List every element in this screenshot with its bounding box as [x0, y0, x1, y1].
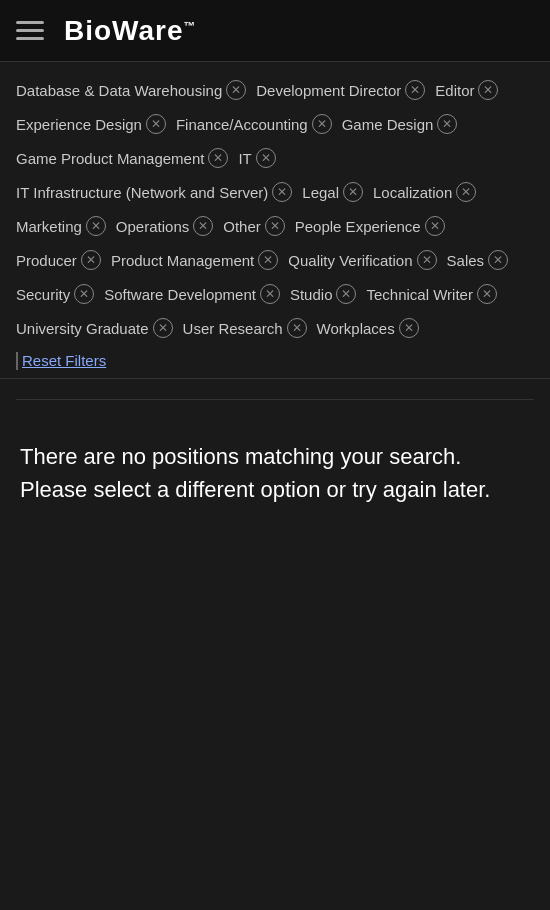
filter-tag: Database & Data Warehousing✕ — [16, 76, 246, 104]
filter-tag: Product Management✕ — [111, 246, 278, 274]
filter-tag-remove-button[interactable]: ✕ — [193, 216, 213, 236]
filter-tag: Technical Writer✕ — [366, 280, 496, 308]
section-divider — [16, 399, 534, 400]
filter-tag-remove-button[interactable]: ✕ — [456, 182, 476, 202]
filter-tag: People Experience✕ — [295, 212, 445, 240]
filter-tag-remove-button[interactable]: ✕ — [208, 148, 228, 168]
filter-tag: Game Design✕ — [342, 110, 458, 138]
filter-tag: University Graduate✕ — [16, 314, 173, 342]
no-results-section: There are no positions matching your sea… — [0, 420, 550, 546]
filter-tag-label: Operations — [116, 218, 189, 235]
filter-tag-label: Development Director — [256, 82, 401, 99]
filter-tag-remove-button[interactable]: ✕ — [86, 216, 106, 236]
filter-tag-label: Experience Design — [16, 116, 142, 133]
filter-tag-remove-button[interactable]: ✕ — [265, 216, 285, 236]
logo: BioWare™ — [64, 15, 197, 47]
filter-tag-label: Workplaces — [317, 320, 395, 337]
filter-tag-label: User Research — [183, 320, 283, 337]
filter-tag: Localization✕ — [373, 178, 476, 206]
reset-filters-link[interactable]: Reset Filters — [22, 352, 106, 369]
filter-tag-remove-button[interactable]: ✕ — [488, 250, 508, 270]
filter-tag-remove-button[interactable]: ✕ — [287, 318, 307, 338]
filter-tag-label: Producer — [16, 252, 77, 269]
filter-tag: Marketing✕ — [16, 212, 106, 240]
filter-tag-label: Database & Data Warehousing — [16, 82, 222, 99]
filter-tag: Development Director✕ — [256, 76, 425, 104]
filter-tag-label: Localization — [373, 184, 452, 201]
filter-tag-remove-button[interactable]: ✕ — [153, 318, 173, 338]
filter-tag-label: Product Management — [111, 252, 254, 269]
filter-tag-remove-button[interactable]: ✕ — [258, 250, 278, 270]
filter-tag: Studio✕ — [290, 280, 357, 308]
filter-tag: Quality Verification✕ — [288, 246, 436, 274]
filter-tag-remove-button[interactable]: ✕ — [312, 114, 332, 134]
filter-tag-label: Finance/Accounting — [176, 116, 308, 133]
filter-tag-label: IT Infrastructure (Network and Server) — [16, 184, 268, 201]
filter-tag-remove-button[interactable]: ✕ — [343, 182, 363, 202]
filter-section: Database & Data Warehousing✕Development … — [0, 62, 550, 379]
filter-tag-label: Technical Writer — [366, 286, 472, 303]
filter-tag-label: University Graduate — [16, 320, 149, 337]
filter-tag: Operations✕ — [116, 212, 213, 240]
filter-tag-remove-button[interactable]: ✕ — [399, 318, 419, 338]
filter-tag-label: People Experience — [295, 218, 421, 235]
filter-tags-container: Database & Data Warehousing✕Development … — [16, 72, 534, 342]
filter-tag-label: IT — [238, 150, 251, 167]
filter-tag-remove-button[interactable]: ✕ — [405, 80, 425, 100]
filter-tag-remove-button[interactable]: ✕ — [226, 80, 246, 100]
filter-tag: Software Development✕ — [104, 280, 280, 308]
filter-tag: IT Infrastructure (Network and Server)✕ — [16, 178, 292, 206]
filter-tag: Legal✕ — [302, 178, 363, 206]
filter-tag-remove-button[interactable]: ✕ — [81, 250, 101, 270]
filter-tag: User Research✕ — [183, 314, 307, 342]
filter-tag: Security✕ — [16, 280, 94, 308]
filter-tag-remove-button[interactable]: ✕ — [417, 250, 437, 270]
filter-tag: Game Product Management✕ — [16, 144, 228, 172]
filter-tag-remove-button[interactable]: ✕ — [272, 182, 292, 202]
menu-icon[interactable] — [16, 21, 44, 40]
filter-tag-remove-button[interactable]: ✕ — [146, 114, 166, 134]
filter-tag-label: Quality Verification — [288, 252, 412, 269]
reset-filters-container: Reset Filters — [16, 352, 106, 370]
filter-tag-label: Marketing — [16, 218, 82, 235]
logo-name: BioWare — [64, 15, 184, 46]
filter-tag: Other✕ — [223, 212, 285, 240]
logo-tm: ™ — [184, 18, 197, 32]
filter-tag-label: Studio — [290, 286, 333, 303]
filter-tag-remove-button[interactable]: ✕ — [260, 284, 280, 304]
filter-tag-label: Game Product Management — [16, 150, 204, 167]
filter-tag-remove-button[interactable]: ✕ — [425, 216, 445, 236]
filter-tag: Sales✕ — [447, 246, 509, 274]
filter-tag-label: Legal — [302, 184, 339, 201]
filter-tag: Workplaces✕ — [317, 314, 419, 342]
filter-tag: IT✕ — [238, 144, 275, 172]
filter-tag-label: Other — [223, 218, 261, 235]
filter-tag: Experience Design✕ — [16, 110, 166, 138]
filter-tag-remove-button[interactable]: ✕ — [477, 284, 497, 304]
filter-tag-label: Editor — [435, 82, 474, 99]
filter-tag-remove-button[interactable]: ✕ — [256, 148, 276, 168]
filter-tag-remove-button[interactable]: ✕ — [74, 284, 94, 304]
filter-tag: Finance/Accounting✕ — [176, 110, 332, 138]
filter-tag-remove-button[interactable]: ✕ — [336, 284, 356, 304]
no-results-message: There are no positions matching your sea… — [20, 440, 530, 506]
filter-tag-remove-button[interactable]: ✕ — [478, 80, 498, 100]
filter-tag-label: Security — [16, 286, 70, 303]
filter-tag-label: Software Development — [104, 286, 256, 303]
header: BioWare™ — [0, 0, 550, 62]
filter-tag: Editor✕ — [435, 76, 498, 104]
filter-tag-label: Game Design — [342, 116, 434, 133]
filter-tag: Producer✕ — [16, 246, 101, 274]
filter-tag-remove-button[interactable]: ✕ — [437, 114, 457, 134]
filter-tag-label: Sales — [447, 252, 485, 269]
